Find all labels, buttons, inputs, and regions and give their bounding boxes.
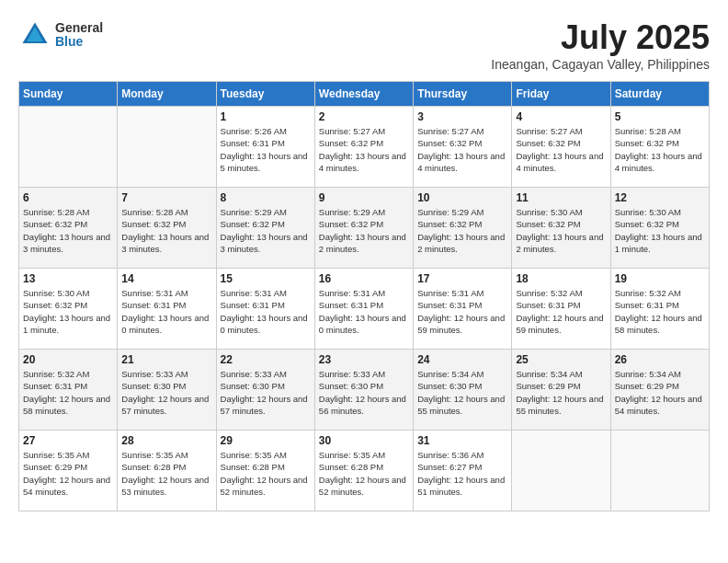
page-header: General Blue July 2025 Ineangan, Cagayan… xyxy=(18,18,710,72)
calendar-day-cell: 24Sunrise: 5:34 AM Sunset: 6:30 PM Dayli… xyxy=(414,350,512,431)
day-number: 13 xyxy=(23,272,113,285)
day-info: Sunrise: 5:31 AM Sunset: 6:31 PM Dayligh… xyxy=(417,287,507,336)
day-number: 16 xyxy=(319,272,409,285)
day-number: 3 xyxy=(417,110,507,123)
day-number: 10 xyxy=(417,191,507,204)
calendar-day-cell: 16Sunrise: 5:31 AM Sunset: 6:31 PM Dayli… xyxy=(314,269,413,350)
weekday-header: Thursday xyxy=(414,82,512,107)
day-info: Sunrise: 5:33 AM Sunset: 6:30 PM Dayligh… xyxy=(121,368,211,417)
day-number: 12 xyxy=(615,191,705,204)
day-number: 29 xyxy=(221,434,311,447)
calendar-day-cell xyxy=(512,431,610,511)
day-info: Sunrise: 5:30 AM Sunset: 6:32 PM Dayligh… xyxy=(516,206,606,255)
day-info: Sunrise: 5:28 AM Sunset: 6:32 PM Dayligh… xyxy=(23,206,113,255)
logo-blue: Blue xyxy=(55,35,103,49)
weekday-header: Saturday xyxy=(610,82,709,107)
calendar-day-cell: 19Sunrise: 5:32 AM Sunset: 6:31 PM Dayli… xyxy=(610,269,709,350)
logo-text: General Blue xyxy=(55,21,103,50)
day-number: 23 xyxy=(319,353,409,366)
calendar-day-cell: 3Sunrise: 5:27 AM Sunset: 6:32 PM Daylig… xyxy=(414,107,512,188)
day-number: 2 xyxy=(319,110,409,123)
day-info: Sunrise: 5:30 AM Sunset: 6:32 PM Dayligh… xyxy=(23,287,113,336)
calendar-week-row: 13Sunrise: 5:30 AM Sunset: 6:32 PM Dayli… xyxy=(19,269,710,350)
weekday-header: Sunday xyxy=(19,82,118,107)
month-year: July 2025 xyxy=(491,18,710,57)
day-info: Sunrise: 5:31 AM Sunset: 6:31 PM Dayligh… xyxy=(319,287,409,336)
day-info: Sunrise: 5:29 AM Sunset: 6:32 PM Dayligh… xyxy=(319,206,409,255)
weekday-header-row: SundayMondayTuesdayWednesdayThursdayFrid… xyxy=(19,82,710,107)
calendar-day-cell: 23Sunrise: 5:33 AM Sunset: 6:30 PM Dayli… xyxy=(314,350,413,431)
calendar-day-cell xyxy=(118,107,216,188)
calendar-day-cell: 15Sunrise: 5:31 AM Sunset: 6:31 PM Dayli… xyxy=(216,269,314,350)
day-number: 22 xyxy=(221,353,311,366)
calendar-day-cell: 18Sunrise: 5:32 AM Sunset: 6:31 PM Dayli… xyxy=(512,269,610,350)
calendar-week-row: 6Sunrise: 5:28 AM Sunset: 6:32 PM Daylig… xyxy=(19,188,710,269)
day-number: 7 xyxy=(121,191,211,204)
calendar-day-cell: 28Sunrise: 5:35 AM Sunset: 6:28 PM Dayli… xyxy=(118,431,216,511)
weekday-header: Monday xyxy=(118,82,216,107)
day-info: Sunrise: 5:27 AM Sunset: 6:32 PM Dayligh… xyxy=(319,125,409,174)
day-info: Sunrise: 5:33 AM Sunset: 6:30 PM Dayligh… xyxy=(319,368,409,417)
day-info: Sunrise: 5:32 AM Sunset: 6:31 PM Dayligh… xyxy=(615,287,705,336)
day-number: 20 xyxy=(23,353,113,366)
day-info: Sunrise: 5:33 AM Sunset: 6:30 PM Dayligh… xyxy=(221,368,311,417)
calendar-day-cell: 2Sunrise: 5:27 AM Sunset: 6:32 PM Daylig… xyxy=(314,107,413,188)
day-info: Sunrise: 5:27 AM Sunset: 6:32 PM Dayligh… xyxy=(516,125,606,174)
logo-general: General xyxy=(55,21,103,35)
day-number: 19 xyxy=(615,272,705,285)
day-number: 26 xyxy=(615,353,705,366)
location: Ineangan, Cagayan Valley, Philippines xyxy=(491,57,710,72)
day-info: Sunrise: 5:27 AM Sunset: 6:32 PM Dayligh… xyxy=(417,125,507,174)
calendar-day-cell: 29Sunrise: 5:35 AM Sunset: 6:28 PM Dayli… xyxy=(216,431,314,511)
calendar-day-cell: 21Sunrise: 5:33 AM Sunset: 6:30 PM Dayli… xyxy=(118,350,216,431)
calendar-week-row: 27Sunrise: 5:35 AM Sunset: 6:29 PM Dayli… xyxy=(19,431,710,511)
day-info: Sunrise: 5:34 AM Sunset: 6:29 PM Dayligh… xyxy=(615,368,705,417)
day-info: Sunrise: 5:35 AM Sunset: 6:28 PM Dayligh… xyxy=(121,449,211,498)
logo-icon xyxy=(18,18,51,52)
calendar-week-row: 20Sunrise: 5:32 AM Sunset: 6:31 PM Dayli… xyxy=(19,350,710,431)
day-info: Sunrise: 5:30 AM Sunset: 6:32 PM Dayligh… xyxy=(615,206,705,255)
day-info: Sunrise: 5:32 AM Sunset: 6:31 PM Dayligh… xyxy=(516,287,606,336)
calendar-table: SundayMondayTuesdayWednesdayThursdayFrid… xyxy=(18,81,710,511)
day-info: Sunrise: 5:36 AM Sunset: 6:27 PM Dayligh… xyxy=(417,449,507,498)
day-info: Sunrise: 5:29 AM Sunset: 6:32 PM Dayligh… xyxy=(221,206,311,255)
day-number: 14 xyxy=(121,272,211,285)
calendar-day-cell: 1Sunrise: 5:26 AM Sunset: 6:31 PM Daylig… xyxy=(216,107,314,188)
day-number: 31 xyxy=(417,434,507,447)
day-number: 4 xyxy=(516,110,606,123)
day-number: 11 xyxy=(516,191,606,204)
calendar-day-cell: 27Sunrise: 5:35 AM Sunset: 6:29 PM Dayli… xyxy=(19,431,118,511)
calendar-day-cell: 8Sunrise: 5:29 AM Sunset: 6:32 PM Daylig… xyxy=(216,188,314,269)
day-number: 17 xyxy=(417,272,507,285)
day-info: Sunrise: 5:32 AM Sunset: 6:31 PM Dayligh… xyxy=(23,368,113,417)
day-number: 15 xyxy=(221,272,311,285)
calendar-day-cell: 31Sunrise: 5:36 AM Sunset: 6:27 PM Dayli… xyxy=(414,431,512,511)
day-number: 1 xyxy=(221,110,311,123)
day-info: Sunrise: 5:35 AM Sunset: 6:28 PM Dayligh… xyxy=(221,449,311,498)
day-number: 25 xyxy=(516,353,606,366)
day-number: 24 xyxy=(417,353,507,366)
calendar-day-cell: 14Sunrise: 5:31 AM Sunset: 6:31 PM Dayli… xyxy=(118,269,216,350)
calendar-day-cell: 13Sunrise: 5:30 AM Sunset: 6:32 PM Dayli… xyxy=(19,269,118,350)
day-info: Sunrise: 5:34 AM Sunset: 6:30 PM Dayligh… xyxy=(417,368,507,417)
day-number: 27 xyxy=(23,434,113,447)
weekday-header: Wednesday xyxy=(314,82,413,107)
title-block: July 2025 Ineangan, Cagayan Valley, Phil… xyxy=(491,18,710,72)
day-number: 21 xyxy=(121,353,211,366)
day-info: Sunrise: 5:31 AM Sunset: 6:31 PM Dayligh… xyxy=(221,287,311,336)
calendar-day-cell: 11Sunrise: 5:30 AM Sunset: 6:32 PM Dayli… xyxy=(512,188,610,269)
calendar-day-cell: 12Sunrise: 5:30 AM Sunset: 6:32 PM Dayli… xyxy=(610,188,709,269)
calendar-day-cell xyxy=(610,431,709,511)
day-number: 30 xyxy=(319,434,409,447)
day-info: Sunrise: 5:28 AM Sunset: 6:32 PM Dayligh… xyxy=(615,125,705,174)
calendar-day-cell: 25Sunrise: 5:34 AM Sunset: 6:29 PM Dayli… xyxy=(512,350,610,431)
calendar-day-cell: 10Sunrise: 5:29 AM Sunset: 6:32 PM Dayli… xyxy=(414,188,512,269)
day-info: Sunrise: 5:34 AM Sunset: 6:29 PM Dayligh… xyxy=(516,368,606,417)
calendar-day-cell: 6Sunrise: 5:28 AM Sunset: 6:32 PM Daylig… xyxy=(19,188,118,269)
day-info: Sunrise: 5:26 AM Sunset: 6:31 PM Dayligh… xyxy=(221,125,311,174)
day-number: 18 xyxy=(516,272,606,285)
calendar-day-cell: 20Sunrise: 5:32 AM Sunset: 6:31 PM Dayli… xyxy=(19,350,118,431)
day-info: Sunrise: 5:29 AM Sunset: 6:32 PM Dayligh… xyxy=(417,206,507,255)
day-number: 8 xyxy=(221,191,311,204)
day-info: Sunrise: 5:35 AM Sunset: 6:28 PM Dayligh… xyxy=(319,449,409,498)
